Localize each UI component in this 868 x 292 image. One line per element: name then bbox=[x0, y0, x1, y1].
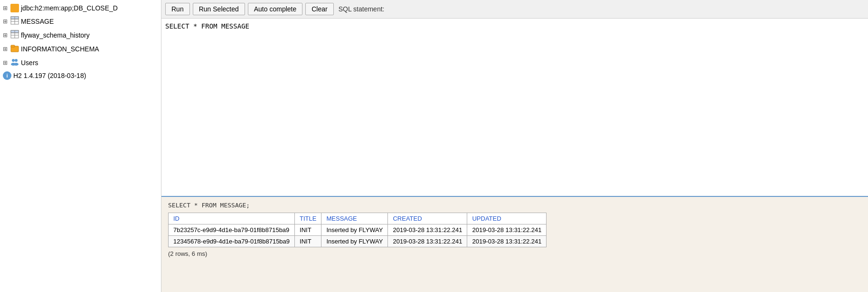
svg-rect-11 bbox=[11, 45, 15, 47]
run-button[interactable]: Run bbox=[165, 3, 190, 15]
table-row: 7b23257c-e9d9-4d1e-ba79-01f8b8715ba9INIT… bbox=[169, 224, 547, 236]
expand-icon: ⊞ bbox=[3, 5, 8, 11]
table-cell: 12345678-e9d9-4d1e-ba79-01f8b8715ba9 bbox=[169, 236, 295, 247]
folder-icon bbox=[10, 44, 19, 54]
auto-complete-button[interactable]: Auto complete bbox=[248, 3, 303, 15]
results-query: SELECT * FROM MESSAGE; bbox=[168, 202, 861, 209]
sidebar-item-users[interactable]: ⊞ Users bbox=[0, 56, 161, 69]
table-cell: 2019-03-28 13:31:22.241 bbox=[388, 224, 467, 236]
sidebar-item-label: flyway_schema_history bbox=[21, 31, 90, 39]
sql-statement-label: SQL statement: bbox=[339, 5, 385, 13]
connection-label: jdbc:h2:mem:app;DB_CLOSE_D bbox=[21, 4, 118, 12]
sidebar-item-message[interactable]: ⊞ MESSAGE bbox=[0, 14, 161, 28]
col-message: MESSAGE bbox=[321, 213, 388, 224]
results-table: ID TITLE MESSAGE CREATED UPDATED 7b23257… bbox=[168, 213, 547, 247]
table-cell: Inserted by FLYWAY bbox=[321, 224, 388, 236]
sidebar-item-label: INFORMATION_SCHEMA bbox=[21, 45, 99, 53]
database-icon bbox=[10, 4, 19, 12]
table-cell: INIT bbox=[295, 236, 321, 247]
table-cell: 2019-03-28 13:31:22.241 bbox=[467, 224, 547, 236]
expand-icon: ⊞ bbox=[3, 59, 8, 66]
svg-point-15 bbox=[14, 63, 19, 66]
table-icon bbox=[10, 16, 19, 26]
table-icon bbox=[10, 30, 19, 40]
right-panel: Run Run Selected Auto complete Clear SQL… bbox=[161, 0, 868, 292]
table-cell: INIT bbox=[295, 224, 321, 236]
sidebar-item-information-schema[interactable]: ⊞ INFORMATION_SCHEMA bbox=[0, 42, 161, 56]
clear-button[interactable]: Clear bbox=[305, 3, 333, 15]
sidebar-footer: i H2 1.4.197 (2018-03-18) bbox=[0, 69, 161, 82]
results-area: SELECT * FROM MESSAGE; ID TITLE MESSAGE … bbox=[161, 197, 868, 292]
results-footer: (2 rows, 6 ms) bbox=[168, 250, 861, 257]
table-cell: 2019-03-28 13:31:22.241 bbox=[467, 236, 547, 247]
expand-icon: ⊞ bbox=[3, 46, 8, 52]
toolbar: Run Run Selected Auto complete Clear SQL… bbox=[161, 0, 868, 19]
table-header-row: ID TITLE MESSAGE CREATED UPDATED bbox=[169, 213, 547, 224]
col-updated: UPDATED bbox=[467, 213, 547, 224]
sidebar-footer-label: H2 1.4.197 (2018-03-18) bbox=[13, 72, 86, 79]
sidebar-item-label: MESSAGE bbox=[21, 18, 54, 25]
table-cell: Inserted by FLYWAY bbox=[321, 236, 388, 247]
expand-icon: ⊞ bbox=[3, 18, 8, 25]
col-id: ID bbox=[169, 213, 295, 224]
table-cell: 7b23257c-e9d9-4d1e-ba79-01f8b8715ba9 bbox=[169, 224, 295, 236]
col-title: TITLE bbox=[295, 213, 321, 224]
svg-point-13 bbox=[15, 59, 18, 62]
expand-icon: ⊞ bbox=[3, 32, 8, 39]
table-cell: 2019-03-28 13:31:22.241 bbox=[388, 236, 467, 247]
sql-editor-area: SELECT * FROM MESSAGE bbox=[161, 19, 868, 197]
sidebar: ⊞ jdbc:h2:mem:app;DB_CLOSE_D ⊞ MESSAGE ⊞ bbox=[0, 0, 161, 292]
svg-point-12 bbox=[12, 59, 15, 62]
sql-editor[interactable]: SELECT * FROM MESSAGE bbox=[161, 19, 868, 196]
run-selected-button[interactable]: Run Selected bbox=[193, 3, 245, 15]
sidebar-item-label: Users bbox=[21, 59, 38, 67]
users-icon bbox=[10, 58, 19, 68]
table-row: 12345678-e9d9-4d1e-ba79-01f8b8715ba9INIT… bbox=[169, 236, 547, 247]
sidebar-item-flyway[interactable]: ⊞ flyway_schema_history bbox=[0, 28, 161, 42]
col-created: CREATED bbox=[388, 213, 467, 224]
sidebar-connection[interactable]: ⊞ jdbc:h2:mem:app;DB_CLOSE_D bbox=[0, 2, 161, 14]
info-icon: i bbox=[3, 71, 11, 80]
